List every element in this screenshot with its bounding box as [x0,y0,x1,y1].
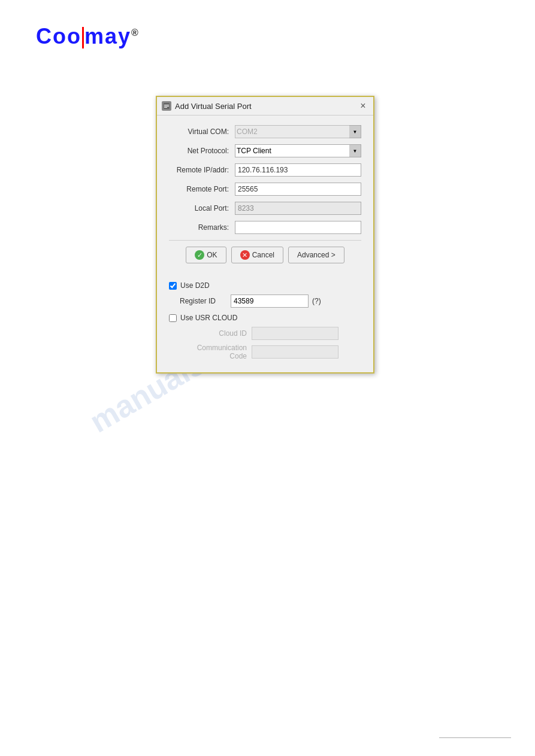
ok-label: OK [207,251,217,259]
logo-letter-c: C [36,24,53,48]
local-port-row: Local Port: [169,202,361,215]
use-usr-cloud-row: Use USR CLOUD [169,314,361,322]
use-usr-cloud-checkbox[interactable] [169,314,177,322]
advanced-label: Advanced > [297,251,335,259]
help-button[interactable]: (?) [312,297,321,305]
logo-cursor [82,27,84,48]
close-button[interactable]: × [358,101,368,111]
register-id-label: Register ID [180,297,231,305]
remote-ip-input[interactable] [235,163,361,177]
logo-letter-o2: o [67,24,81,48]
virtual-com-select[interactable]: COM2 [235,125,361,138]
buttons-row: ✓ OK ✕ Cancel Advanced > [169,247,361,263]
svg-rect-1 [164,105,169,105]
logo-registered: ® [131,28,140,38]
remarks-label: Remarks: [169,223,235,232]
logo-letter-o1: o [53,24,67,48]
cancel-icon: ✕ [240,250,250,260]
cancel-label: Cancel [252,251,274,259]
svg-rect-2 [164,106,169,107]
dialog-icon [162,101,171,111]
cloud-id-row: Cloud ID [180,327,361,340]
remarks-input[interactable] [235,221,361,234]
ok-icon: ✓ [195,250,204,260]
logo-letter-y: y [118,24,131,48]
virtual-com-row: Virtual COM: COM2 ▼ [169,125,361,138]
register-id-input[interactable] [231,294,309,308]
bottom-line [439,737,511,738]
logo-letter-m: m [84,24,105,48]
use-usr-cloud-label: Use USR CLOUD [180,314,237,322]
register-id-row: Register ID (?) [180,294,361,308]
use-d2d-label: Use D2D [180,281,210,290]
dialog-overlay: Add Virtual Serial Port × Virtual COM: C… [156,96,374,374]
dialog-title-area: Add Virtual Serial Port [162,101,252,111]
advanced-button[interactable]: Advanced > [288,247,344,263]
dialog-titlebar: Add Virtual Serial Port × [157,97,373,116]
remote-port-row: Remote Port: [169,183,361,196]
remote-ip-row: Remote IP/addr: [169,163,361,177]
cloud-fields: Cloud ID Communication Code [180,327,361,360]
net-protocol-label: Net Protocol: [169,147,235,155]
divider-1 [169,240,361,241]
logo: Coomay® [36,24,140,49]
svg-rect-3 [164,107,167,108]
cancel-button[interactable]: ✕ Cancel [231,247,283,263]
virtual-com-label: Virtual COM: [169,127,235,136]
cloud-id-input[interactable] [252,327,338,340]
remote-ip-label: Remote IP/addr: [169,166,235,174]
dialog-title: Add Virtual Serial Port [175,102,252,111]
ok-button[interactable]: ✓ OK [186,247,226,263]
use-d2d-checkbox[interactable] [169,282,177,290]
comm-code-input[interactable] [252,345,338,359]
cloud-id-label: Cloud ID [180,329,252,338]
local-port-label: Local Port: [169,204,235,212]
net-protocol-select-wrapper: TCP Client ▼ [235,144,361,157]
dialog-body: Virtual COM: COM2 ▼ Net Protocol: TCP Cl… [157,116,373,275]
remote-port-input[interactable] [235,183,361,196]
remote-port-label: Remote Port: [169,185,235,193]
net-protocol-select[interactable]: TCP Client [235,144,361,157]
comm-code-label: Communication Code [180,344,252,360]
advanced-section: Use D2D Register ID (?) Use USR CLOUD Cl… [157,275,373,372]
virtual-com-select-wrapper: COM2 ▼ [235,125,361,138]
comm-code-row: Communication Code [180,344,361,360]
net-protocol-row: Net Protocol: TCP Client ▼ [169,144,361,157]
use-d2d-row: Use D2D [169,281,361,290]
local-port-input[interactable] [235,202,361,215]
logo-letter-a: a [105,24,118,48]
add-virtual-serial-port-dialog: Add Virtual Serial Port × Virtual COM: C… [156,96,374,374]
remarks-row: Remarks: [169,221,361,234]
